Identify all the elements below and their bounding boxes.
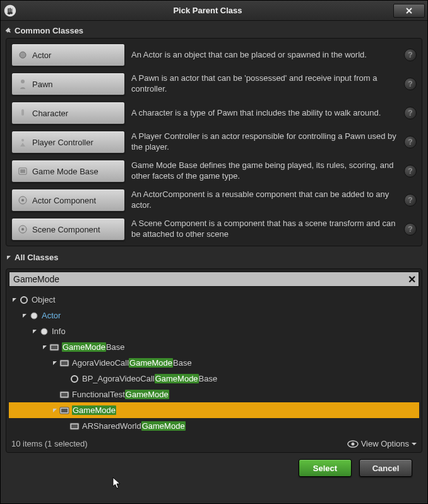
content: Common Classes Actor An Actor is an obje… (1, 21, 427, 484)
help-icon[interactable]: ? (404, 49, 417, 61)
window-title: Pick Parent Class (22, 6, 393, 15)
class-desc: Game Mode Base defines the game being pl… (125, 160, 404, 182)
cpp-icon (59, 405, 69, 416)
class-row-character: Character A character is a type of Pawn … (11, 102, 417, 124)
class-button-label: Actor (32, 51, 51, 60)
help-icon[interactable]: ? (404, 165, 417, 177)
svg-point-9 (21, 228, 24, 231)
close-button[interactable] (393, 4, 425, 18)
help-icon[interactable]: ? (404, 136, 417, 148)
expand-triangle-icon (6, 28, 12, 34)
circle-full-icon (39, 327, 49, 337)
tree-item-label: ARSharedWorldGameMode (82, 421, 186, 431)
tree-item-label: AgoraVideoCallGameModeBase (72, 358, 192, 368)
svg-point-7 (21, 199, 24, 201)
close-icon (405, 6, 413, 15)
help-icon[interactable]: ? (404, 194, 417, 207)
class-row-actor-component: Actor Component An ActorComponent is a r… (11, 189, 417, 212)
class-row-actor: Actor An Actor is an object that can be … (11, 44, 417, 66)
svg-point-12 (41, 328, 47, 335)
svg-rect-2 (21, 109, 24, 116)
class-button-game-mode-base[interactable]: Game Mode Base (11, 160, 125, 183)
common-classes-header[interactable]: Common Classes (6, 23, 422, 38)
scene-component-icon (17, 224, 28, 235)
titlebar: Pick Parent Class (1, 1, 427, 21)
class-row-game-mode-base: Game Mode Base Game Mode Base defines th… (11, 160, 417, 183)
help-icon[interactable]: ? (404, 78, 417, 90)
view-options-label: View Options (361, 439, 409, 448)
tree-item[interactable]: BP_AgoraVideoCallGameModeBase (9, 371, 419, 387)
class-row-pawn: Pawn A Pawn is an actor that can be 'pos… (11, 73, 417, 95)
svg-point-11 (31, 313, 37, 319)
tree-item[interactable]: FunctionalTestGameMode (9, 387, 419, 402)
all-classes-panel: ✕ ObjectActorInfoGameModeBaseAgoraVideoC… (6, 268, 422, 453)
class-button-player-controller[interactable]: Player Controller (11, 131, 125, 153)
svg-point-0 (20, 52, 26, 58)
clear-search-button[interactable]: ✕ (405, 273, 419, 285)
tree-item[interactable]: Object (9, 292, 419, 308)
class-row-player-controller: Player Controller A Player Controller is… (11, 131, 417, 153)
help-icon[interactable]: ? (404, 107, 417, 119)
status-row: 10 items (1 selected) View Options (6, 436, 422, 452)
all-classes-header[interactable]: All Classes (6, 250, 422, 265)
svg-rect-21 (61, 409, 68, 412)
class-desc: A Player Controller is an actor responsi… (125, 131, 404, 153)
tree-item-label: Object (32, 295, 56, 304)
svg-point-17 (71, 376, 78, 382)
class-button-actor[interactable]: Actor (11, 44, 125, 66)
expand-triangle-icon (6, 255, 12, 261)
all-classes-label: All Classes (15, 253, 58, 262)
select-button[interactable]: Select (299, 459, 352, 477)
cpp-icon (59, 390, 69, 400)
tree-item-label: FunctionalTestGameMode (72, 390, 169, 399)
select-button-label: Select (313, 464, 337, 473)
help-icon[interactable]: ? (404, 223, 417, 236)
tree-item[interactable]: GameModeBase (9, 339, 419, 355)
pick-parent-class-window: Pick Parent Class Common Classes Actor A… (0, 0, 428, 504)
tree-item[interactable]: GameMode (9, 402, 419, 418)
class-button-pawn[interactable]: Pawn (11, 73, 125, 95)
tree-item-label: GameMode (72, 405, 116, 415)
class-desc: An Actor is an object that can be placed… (125, 50, 404, 61)
controller-icon (17, 136, 28, 148)
view-options-button[interactable]: View Options (347, 439, 417, 448)
class-desc: A character is a type of Pawn that inclu… (125, 108, 404, 119)
bp-icon (69, 374, 80, 384)
pawn-icon (17, 78, 28, 90)
tree-item[interactable]: Info (9, 323, 419, 339)
cancel-button[interactable]: Cancel (359, 459, 412, 477)
svg-point-3 (21, 139, 24, 141)
class-tree: ObjectActorInfoGameModeBaseAgoraVideoCal… (6, 289, 422, 436)
cpp-icon (59, 358, 69, 368)
svg-rect-16 (61, 361, 68, 365)
tree-item-label: Info (52, 327, 66, 336)
chevron-down-icon (412, 441, 417, 447)
tree-item-label: GameModeBase (62, 342, 125, 352)
class-button-actor-component[interactable]: Actor Component (11, 189, 125, 212)
tree-item[interactable]: AgoraVideoCallGameModeBase (9, 355, 419, 371)
svg-rect-23 (71, 424, 78, 428)
class-button-label: Scene Component (32, 225, 100, 234)
class-desc: An ActorComponent is a reusable componen… (125, 189, 404, 211)
svg-point-10 (21, 297, 27, 303)
common-classes-label: Common Classes (15, 26, 83, 35)
cancel-button-label: Cancel (372, 464, 400, 473)
cpp-icon (49, 342, 59, 352)
tree-item[interactable]: ARSharedWorldGameMode (9, 418, 419, 434)
svg-point-1 (21, 80, 25, 83)
tree-item-label: BP_AgoraVideoCallGameModeBase (82, 374, 217, 383)
class-button-character[interactable]: Character (11, 102, 125, 124)
class-button-label: Pawn (32, 80, 53, 89)
class-button-label: Player Controller (32, 138, 93, 147)
class-button-scene-component[interactable]: Scene Component (11, 218, 125, 241)
unreal-logo-icon (3, 4, 17, 18)
class-button-label: Game Mode Base (32, 167, 98, 176)
tree-item[interactable]: Actor (9, 308, 419, 323)
dialog-footer: Select Cancel (6, 453, 422, 479)
tree-item-label: Actor (42, 311, 61, 320)
search-input[interactable] (9, 274, 405, 284)
game-mode-icon (17, 165, 28, 177)
svg-rect-14 (51, 345, 57, 349)
cpp-icon (69, 421, 80, 431)
item-count-label: 10 items (1 selected) (11, 439, 88, 448)
